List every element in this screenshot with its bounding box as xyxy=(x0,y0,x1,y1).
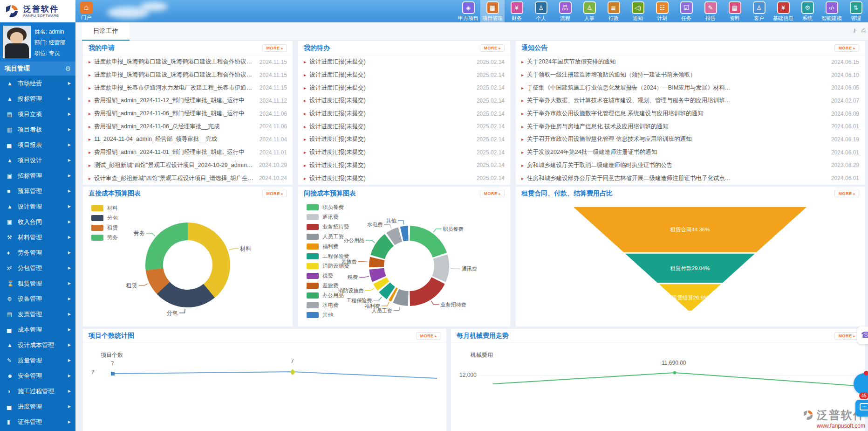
nav-item[interactable]: ¥ 基础信息 xyxy=(771,0,795,22)
list-item[interactable]: ▸ 费用报销_admin_2024-11-06_部门经理审批_胡建,_运行中 2… xyxy=(83,107,293,120)
more-button[interactable]: MORE ▸ xyxy=(834,332,859,340)
more-button[interactable]: MORE ▸ xyxy=(480,44,505,52)
legend-item[interactable]: 水电费 xyxy=(307,300,349,310)
legend-item[interactable]: 消防设施费 xyxy=(307,261,349,271)
sidebar-item-项目设计[interactable]: ▲ 项目设计 ▶ xyxy=(0,153,75,168)
sidebar-item-材料管理[interactable]: ⚒ 材料管理 ▶ xyxy=(0,229,75,245)
legend-item[interactable]: 职员餐费 xyxy=(307,202,349,212)
list-item[interactable]: ▸ 设计进度汇报(未提交) 2025.02.14 xyxy=(298,146,510,159)
legend-item[interactable]: 通讯费 xyxy=(307,212,349,222)
more-button[interactable]: MORE ▸ xyxy=(834,190,859,197)
legend-item[interactable]: 税费 xyxy=(307,271,349,281)
sidebar-item-成本管理[interactable]: ▅ 成本管理 ▶ xyxy=(0,322,75,337)
sidebar-item-安全管理[interactable]: ☻ 安全管理 ▶ xyxy=(0,368,75,383)
list-item[interactable]: ▸ 设计进度汇报(未提交) 2025.02.14 xyxy=(298,133,510,146)
sidebar-item-施工过程管理[interactable]: ◑ 施工过程管理 ▶ xyxy=(0,383,75,399)
list-item[interactable]: ▸ 费用报销_admin_2024-11-01_部门经理审批_胡建,_运行中 2… xyxy=(83,146,293,159)
more-button[interactable]: MORE ▸ xyxy=(262,44,287,52)
nav-item[interactable]: ☑ 任务 xyxy=(674,0,698,22)
list-item[interactable]: ▸ 设计进度汇报(未提交) 2025.02.14 xyxy=(298,56,510,69)
list-item[interactable]: ▸ 11_2024-11-04_admin_经营部_领导审批__完成 2024.… xyxy=(83,133,293,146)
sidebar-section-header[interactable]: 项目管理 ⚙ xyxy=(0,62,75,76)
sidebar-item-进度管理[interactable]: ▅ 进度管理 ▶ xyxy=(0,399,75,414)
list-item[interactable]: ▸ 设计进度汇报(未提交) 2025.02.14 xyxy=(298,120,510,133)
list-item[interactable]: ▸ 设计进度汇报(未提交) 2025.02.14 xyxy=(298,81,510,94)
list-item[interactable]: ▸ 关于领取一级注册建造师增项贴的通知（须持一建证书前来领取） 2024.06.… xyxy=(516,69,865,82)
sidebar-item-市场经营[interactable]: ▲ 市场经营 ▶ xyxy=(0,76,75,91)
legend-item[interactable]: 差旅费 xyxy=(307,281,349,291)
list-item[interactable]: ▸ 设计进度汇报(未提交) 2025.02.14 xyxy=(298,69,510,82)
nav-item[interactable]: ✎ 报告 xyxy=(698,0,723,22)
sidebar-item-分包管理[interactable]: x² 分包管理 ▶ xyxy=(0,260,75,276)
legend-item[interactable]: 福利费 xyxy=(307,242,349,251)
nav-item[interactable]: ≣ 行政 xyxy=(601,0,626,22)
list-item[interactable]: ▸ 于征集《中国建筑施工行业信息化发展报告（2024）—BIM应用与发展》材料.… xyxy=(516,81,865,94)
list-item[interactable]: ▸ 设计进度汇报(未提交) 2025.02.14 xyxy=(298,159,510,172)
nav-item[interactable]: ♙ 客户 xyxy=(747,0,771,22)
nav-item[interactable]: ▤ 资料 xyxy=(723,0,747,22)
nav-item[interactable]: 品 流程 xyxy=(553,0,577,22)
nav-item[interactable]: ◈ 甲方项目 xyxy=(456,0,480,22)
nav-item[interactable]: ¥ 财务 xyxy=(505,0,529,22)
legend-item[interactable]: 租赁 xyxy=(91,223,118,233)
sidebar-item-设计成本管理[interactable]: ▲ 设计成本管理 ▶ xyxy=(0,337,75,353)
sidebar-item-投标管理[interactable]: ▲ 投标管理 ▶ xyxy=(0,91,75,106)
sidebar-item-项目看板[interactable]: ▥ 项目看板 ▶ xyxy=(0,122,75,137)
list-item[interactable]: ▸ 设计审查_彭祖新城"四馆"景观工程设计项目_请选择_胡广生_2024-10-… xyxy=(83,172,293,185)
message-button[interactable]: ⋯ xyxy=(855,400,868,417)
printer-icon[interactable]: ⎙ xyxy=(861,27,866,35)
list-item[interactable]: ▸ 关于召开市政公用设施智慧化管理 信息技术与应用培训班的通知 2024.06.… xyxy=(516,133,865,146)
nav-item-portal[interactable]: ⌂ 门户 xyxy=(78,1,94,22)
list-item[interactable]: ▸ 费用报销_admin_2024-11-12_部门经理审批_胡建,_运行中 2… xyxy=(83,94,293,107)
legend-item[interactable]: 分包 xyxy=(91,213,118,223)
sidebar-item-劳务管理[interactable]: ♦ 劳务管理 ▶ xyxy=(0,245,75,260)
tab-daily-work[interactable]: 日常工作 xyxy=(82,22,130,41)
list-item[interactable]: ▸ 进度款申报_珠海鹤港口建设_珠海鹤港口建设工程合作协议书_admin_...… xyxy=(83,69,293,82)
list-item[interactable]: ▸ 关于举办市政公用设施数字化管理信息 系统建设与应用培训班的通知 2024.0… xyxy=(516,107,865,120)
legend-item[interactable]: 工程保险费 xyxy=(307,251,349,261)
nav-item[interactable]: ⚙ 系统 xyxy=(795,0,820,22)
sidebar-item-设计管理[interactable]: ▲ 设计管理 ▶ xyxy=(0,199,75,214)
key-icon[interactable]: ⚷ xyxy=(852,27,857,35)
sidebar-item-租赁管理[interactable]: ⌛ 租赁管理 ▶ xyxy=(0,276,75,291)
list-item[interactable]: ▸ 关于举办住房与房地产信息化 技术及应用培训班的通知 2024.06.01 xyxy=(516,120,865,133)
gear-icon[interactable]: ⚙ xyxy=(65,62,71,76)
legend-item[interactable]: 人员工资 xyxy=(307,232,349,242)
list-item[interactable]: ▸ 关于举办大数据、云计算技术在城市建设、规划、管理与服务中的应用培训班... … xyxy=(516,94,865,107)
list-item[interactable]: ▸ 关于2024年国庆节放假安排的通知 2024.06.15 xyxy=(516,56,865,69)
legend-item[interactable]: 其他 xyxy=(307,310,349,320)
sidebar-item-设备管理[interactable]: ⚙ 设备管理 ▶ xyxy=(0,291,75,306)
list-item[interactable]: ▸ 关于发放2024年第24批一级建造师注册证书的通知 2024.06.01 xyxy=(516,146,865,159)
sidebar-item-质量管理[interactable]: ✎ 质量管理 ▶ xyxy=(0,353,75,368)
sidebar-item-项目立项[interactable]: ▤ 项目立项 ▶ xyxy=(0,106,75,122)
nav-item[interactable]: ♙ 个人 xyxy=(529,0,553,22)
list-item[interactable]: ▸ 设计进度汇报(未提交) 2025.02.14 xyxy=(298,107,510,120)
nav-item[interactable]: ⇅ 管理 xyxy=(844,0,868,22)
list-item[interactable]: ▸ 进度款申报_长春市伊通河水力发电厂改建工程_长春市伊通河水力发电... 20… xyxy=(83,81,293,94)
more-button[interactable]: MORE ▸ xyxy=(416,332,441,340)
sidebar-item-项目报表[interactable]: ▅ 项目报表 ▶ xyxy=(0,137,75,153)
list-item[interactable]: ▸ 测试_彭祖新城"四馆"景观工程设计项目_2024-10-29_admin_结… xyxy=(83,159,293,172)
sidebar-item-证件管理[interactable]: ▮ 证件管理 ▶ xyxy=(0,414,75,430)
list-item[interactable]: ▸ 设计进度汇报(未提交) 2025.02.14 xyxy=(298,172,510,185)
nav-item[interactable]: ☷ 计划 xyxy=(650,0,674,22)
list-item[interactable]: ▸ 进度款申报_珠海鹤港口建设_珠海鹤港口建设工程合作协议书_admin_...… xyxy=(83,56,293,69)
sidebar-item-收入合同[interactable]: ▣ 收入合同 ▶ xyxy=(0,214,75,229)
legend-item[interactable]: 业务招待费 xyxy=(307,222,349,232)
sidebar-item-发票管理[interactable]: ▤ 发票管理 ▶ xyxy=(0,306,75,322)
nav-item[interactable]: ‹/› 智能建模 xyxy=(820,0,844,22)
nav-item[interactable]: ♙ 人事 xyxy=(577,0,601,22)
sidebar-item-招标管理[interactable]: ▣ 招标管理 ▶ xyxy=(0,168,75,183)
list-item[interactable]: ▸ 设计进度汇报(未提交) 2025.02.14 xyxy=(298,94,510,107)
list-item[interactable]: ▸ 住房和城乡建设部办公厅关于同意吉林省开展二级建造师注册证书电子化试点... … xyxy=(516,172,865,185)
list-item[interactable]: ▸ 房和城乡建设厅关于取消二级建造师临时执业证书的公告 2023.08.29 xyxy=(516,159,865,172)
list-item[interactable]: ▸ 费用报销_admin_2024-11-06_总经理审批__完成 2024.1… xyxy=(83,120,293,133)
legend-item[interactable]: 材料 xyxy=(91,203,118,213)
legend-item[interactable]: 劳务 xyxy=(91,233,118,243)
nav-item[interactable]: ▦ 项目管理 xyxy=(480,0,505,22)
more-button[interactable]: MORE ▸ xyxy=(480,190,505,197)
nav-item[interactable]: ◁) 通知 xyxy=(626,0,650,22)
legend-item[interactable]: 办公用品 xyxy=(307,291,349,300)
customer-service-icon[interactable]: ☎ xyxy=(857,327,868,344)
more-button[interactable]: MORE ▸ xyxy=(834,44,859,52)
